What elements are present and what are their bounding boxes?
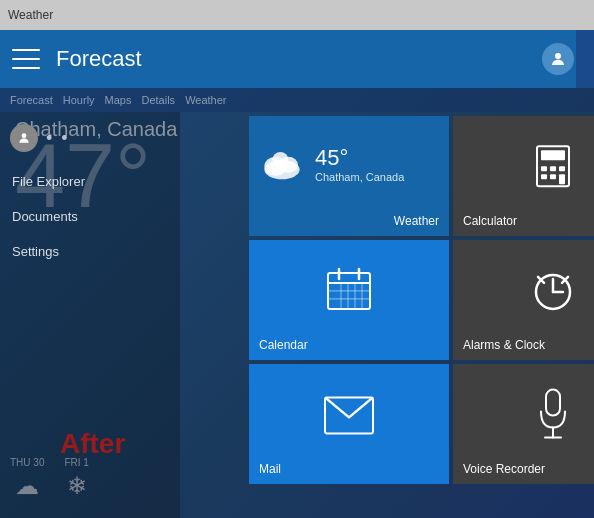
weather-tile-inner: 45° Chatham, Canada	[249, 116, 449, 212]
weather-content: Forecast Hourly Maps Details Weather Cha…	[0, 88, 594, 518]
weather-tile-info: 45° Chatham, Canada	[315, 145, 404, 183]
nav-text-4: Details	[142, 94, 176, 106]
alarms-tile-label: Alarms & Clock	[463, 338, 594, 352]
sidebar-avatar	[10, 124, 38, 152]
svg-point-1	[22, 133, 27, 138]
sidebar-item-file-explorer[interactable]: File Explorer	[0, 164, 180, 199]
calendar-tile[interactable]: Calendar	[249, 240, 449, 360]
svg-rect-9	[550, 166, 556, 171]
svg-rect-30	[546, 390, 560, 416]
weather-tile-label: Weather	[394, 214, 439, 228]
mail-tile-label: Mail	[259, 462, 439, 476]
taskbar-title: Weather	[8, 8, 53, 22]
nav-text-2: Hourly	[63, 94, 95, 106]
microphone-icon	[537, 388, 569, 444]
partial-right-button	[576, 30, 594, 88]
header-bar: Forecast	[0, 30, 594, 88]
sidebar-item-settings[interactable]: Settings	[0, 234, 180, 269]
hamburger-button[interactable]	[12, 49, 40, 69]
user-icon[interactable]	[542, 43, 574, 75]
tiles-container: 45° Chatham, Canada Weather	[245, 112, 594, 518]
calculator-icon	[529, 142, 577, 194]
cloud-icon	[257, 144, 307, 184]
sidebar-dots: • •	[46, 128, 70, 149]
svg-rect-8	[541, 166, 547, 171]
calendar-tile-label: Calendar	[259, 338, 439, 352]
nav-text-1: Forecast	[10, 94, 53, 106]
svg-rect-10	[559, 166, 565, 171]
nav-strip: Forecast Hourly Maps Details Weather	[0, 88, 594, 112]
svg-rect-12	[550, 174, 556, 179]
mail-icon	[323, 395, 375, 439]
sidebar-user-section: • •	[0, 112, 180, 164]
weather-tile-temp: 45°	[315, 145, 404, 171]
hamburger-line-1	[12, 49, 40, 51]
nav-text-3: Maps	[105, 94, 132, 106]
svg-point-5	[272, 152, 288, 168]
taskbar: Weather	[0, 0, 594, 30]
svg-rect-13	[559, 174, 565, 184]
alarms-tile[interactable]: Alarms & Clock	[453, 240, 594, 360]
svg-rect-7	[541, 150, 565, 160]
svg-rect-11	[541, 174, 547, 179]
calculator-tile-label: Calculator	[463, 214, 594, 228]
mail-tile[interactable]: Mail	[249, 364, 449, 484]
expand-icon[interactable]	[576, 116, 590, 133]
nav-text-5: Weather	[185, 94, 226, 106]
voice-recorder-tile[interactable]: Voice Recorder	[453, 364, 594, 484]
hamburger-line-3	[12, 67, 40, 69]
hamburger-line-2	[12, 58, 40, 60]
weather-tile-city: Chatham, Canada	[315, 171, 404, 183]
svg-point-0	[555, 53, 561, 59]
alarm-clock-icon	[528, 265, 578, 319]
voice-recorder-tile-label: Voice Recorder	[463, 462, 594, 476]
sidebar-panel: • • File Explorer Documents Settings	[0, 112, 180, 518]
header-title: Forecast	[56, 46, 542, 72]
sidebar-item-documents[interactable]: Documents	[0, 199, 180, 234]
calendar-icon	[324, 265, 374, 319]
weather-tile[interactable]: 45° Chatham, Canada Weather	[249, 116, 449, 236]
calculator-tile[interactable]: Calculator	[453, 116, 594, 236]
